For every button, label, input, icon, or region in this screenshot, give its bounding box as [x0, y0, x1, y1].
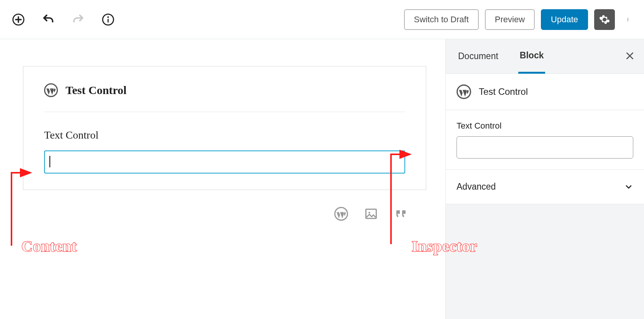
content-field-label: Text Control [44, 129, 405, 141]
toolbar-left [12, 13, 115, 26]
editor-toolbar: Switch to Draft Preview Update [0, 0, 644, 39]
annotation-inspector-label: Inspector [412, 237, 477, 255]
info-button[interactable] [101, 13, 115, 26]
close-icon [625, 51, 635, 61]
plus-circle-icon [12, 13, 25, 26]
svg-point-4 [628, 18, 628, 18]
block-header: Test Control [44, 83, 405, 97]
close-sidebar-button[interactable] [625, 51, 635, 62]
block-card: Test Control [446, 74, 644, 110]
gear-icon [599, 14, 610, 25]
svg-point-6 [628, 20, 628, 21]
undo-icon [42, 13, 55, 26]
chevron-down-icon [624, 182, 633, 192]
svg-point-2 [107, 16, 109, 18]
update-button[interactable]: Update [541, 9, 588, 30]
svg-point-5 [628, 19, 628, 20]
more-vertical-icon [626, 12, 630, 27]
tab-document[interactable]: Document [457, 39, 500, 74]
settings-sidebar: Document Block Test Control Text Control… [445, 39, 644, 319]
switch-to-draft-button[interactable]: Switch to Draft [404, 9, 479, 30]
annotation-content-label: Content [21, 237, 77, 255]
tab-block[interactable]: Block [518, 39, 545, 74]
svg-rect-3 [108, 18, 109, 22]
sidebar-tabs: Document Block [446, 39, 644, 74]
editor-canvas: Test Control Text Control [0, 39, 445, 319]
image-icon [364, 207, 378, 221]
inspector-field-label: Text Control [457, 121, 633, 131]
inserter-image[interactable] [364, 207, 378, 222]
advanced-panel-toggle[interactable]: Advanced [446, 170, 644, 204]
redo-button[interactable] [71, 13, 85, 26]
settings-button[interactable] [594, 9, 615, 30]
preview-button[interactable]: Preview [485, 9, 535, 30]
redo-icon [72, 13, 85, 26]
svg-point-10 [368, 212, 370, 214]
quick-inserter [23, 207, 426, 222]
block-title: Test Control [66, 84, 127, 97]
content-text-input[interactable] [44, 150, 405, 174]
content-input-wrapper [44, 150, 405, 174]
sidebar-block-title: Test Control [479, 86, 528, 97]
info-icon [102, 13, 115, 26]
wordpress-icon [334, 207, 348, 221]
more-options-button[interactable] [621, 9, 635, 30]
annotation-arrow-inspector [387, 150, 414, 252]
wordpress-icon [457, 84, 471, 99]
sidebar-empty [446, 204, 644, 319]
inspector-text-input[interactable] [457, 136, 633, 159]
undo-button[interactable] [41, 13, 55, 26]
wordpress-icon [44, 83, 58, 97]
block-divider [44, 112, 405, 112]
toolbar-right: Switch to Draft Preview Update [404, 9, 635, 30]
inspector-controls: Text Control [446, 110, 644, 170]
add-block-button[interactable] [12, 13, 25, 26]
inserter-wordpress[interactable] [334, 207, 348, 222]
advanced-label: Advanced [457, 182, 496, 192]
test-control-block[interactable]: Test Control Text Control [23, 66, 426, 190]
